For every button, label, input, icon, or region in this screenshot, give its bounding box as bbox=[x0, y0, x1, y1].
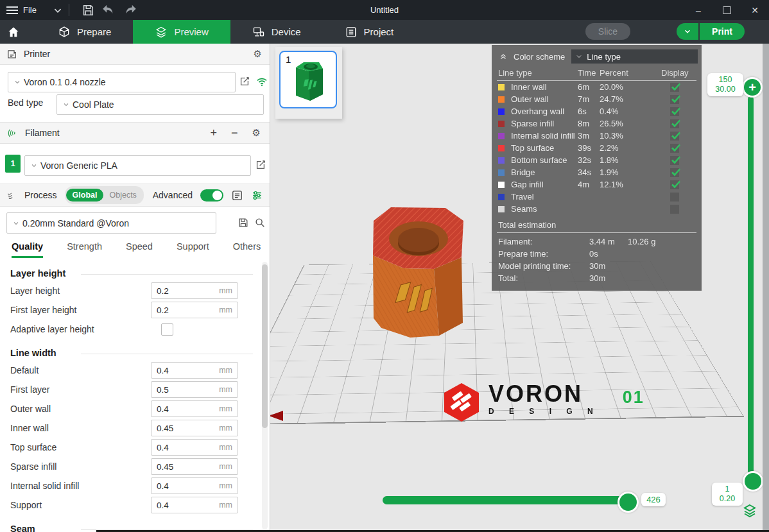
setting-input[interactable]: 0.45mm bbox=[151, 458, 238, 475]
home-icon bbox=[7, 26, 20, 39]
printer-icon bbox=[6, 49, 17, 60]
legend-percent: 0.4% bbox=[600, 107, 661, 116]
total-label: Model printing time: bbox=[498, 261, 589, 271]
process-tab-support[interactable]: Support bbox=[177, 239, 209, 258]
bed-type-select[interactable]: Cool Plate bbox=[56, 94, 264, 115]
legend-display-checkbox[interactable] bbox=[670, 107, 679, 116]
setting-input[interactable]: 0.5mm bbox=[151, 381, 238, 398]
collapse-icon[interactable] bbox=[498, 52, 508, 61]
legend-display-checkbox[interactable] bbox=[670, 168, 679, 177]
legend-display-checkbox[interactable] bbox=[670, 144, 679, 153]
legend-color-chip bbox=[498, 194, 505, 200]
save-preset-icon[interactable] bbox=[238, 217, 249, 228]
process-tab-strength[interactable]: Strength bbox=[67, 239, 102, 258]
process-tab-speed[interactable]: Speed bbox=[126, 239, 153, 258]
tab-device[interactable]: Device bbox=[230, 20, 323, 44]
total-estimation-title: Total estimation bbox=[492, 215, 702, 232]
global-objects-toggle[interactable]: Global Objects bbox=[65, 186, 144, 204]
setting-row: Internal solid infill0.4mm bbox=[10, 476, 259, 495]
tune-icon[interactable] bbox=[251, 189, 263, 202]
total-row: Total:30m bbox=[492, 272, 702, 284]
add-filament-button[interactable]: + bbox=[211, 126, 218, 140]
setting-row: Sparse infill0.45mm bbox=[10, 457, 259, 476]
setting-input[interactable]: 0.4mm bbox=[151, 439, 238, 456]
total-value: 3.44 m bbox=[589, 237, 628, 246]
close-button[interactable]: ✕ bbox=[741, 0, 769, 20]
edit-filament-icon[interactable] bbox=[255, 159, 266, 171]
print-dropdown-button[interactable] bbox=[677, 23, 698, 40]
tab-label: Project bbox=[364, 26, 394, 37]
edit-printer-icon[interactable] bbox=[239, 76, 250, 87]
setting-label: First layer bbox=[10, 384, 49, 395]
move-slider-track[interactable] bbox=[383, 496, 637, 504]
tab-prepare[interactable]: Prepare bbox=[36, 20, 133, 44]
tab-project[interactable]: Project bbox=[323, 20, 416, 44]
wifi-icon[interactable] bbox=[255, 75, 268, 88]
legend-display-checkbox[interactable] bbox=[670, 95, 679, 104]
process-tab-quality[interactable]: Quality bbox=[12, 239, 43, 258]
tab-preview[interactable]: Preview bbox=[133, 20, 230, 44]
plate-thumbnail[interactable]: 1 bbox=[279, 51, 337, 108]
objects-pill[interactable]: Objects bbox=[103, 191, 142, 200]
layer-slider-bottom-handle[interactable] bbox=[743, 471, 763, 492]
legend-col-header: Display bbox=[661, 68, 689, 78]
total-value: 30m bbox=[589, 273, 628, 283]
legend-line-type: Inner wall bbox=[511, 82, 578, 92]
advanced-toggle[interactable] bbox=[200, 189, 223, 202]
setting-input[interactable]: 0.45mm bbox=[151, 420, 238, 436]
setting-value: 0.4 bbox=[157, 404, 169, 414]
filament-slot-badge[interactable]: 1 bbox=[5, 155, 21, 173]
search-preset-icon[interactable] bbox=[254, 217, 266, 228]
parameter-list-icon[interactable] bbox=[231, 189, 243, 202]
print-button[interactable]: Print bbox=[700, 23, 745, 40]
maximize-button[interactable] bbox=[713, 0, 741, 20]
layer-slider-track[interactable] bbox=[748, 96, 754, 480]
setting-row: First layer0.5mm bbox=[10, 380, 259, 399]
setting-input[interactable]: 0.4mm bbox=[151, 497, 238, 513]
printer-preset-select[interactable]: Voron 0.1 0.4 nozzle bbox=[8, 72, 236, 92]
3d-viewport[interactable]: VORON D E S I G N 01 1 bbox=[270, 44, 769, 532]
color-scheme-label: Color scheme bbox=[514, 52, 565, 62]
legend-percent: 20.0% bbox=[600, 82, 661, 92]
total-label: Filament: bbox=[498, 237, 589, 246]
legend-display-checkbox[interactable] bbox=[670, 156, 679, 165]
setting-input[interactable]: 0.4mm bbox=[151, 362, 238, 379]
settings-list: Layer heightLayer height0.2mmFirst layer… bbox=[0, 259, 259, 532]
legend-display-checkbox[interactable] bbox=[670, 132, 679, 141]
legend-display-checkbox[interactable] bbox=[670, 180, 679, 189]
setting-input[interactable]: 0.4mm bbox=[151, 477, 238, 494]
filament-preset-select[interactable]: Voron Generic PLA bbox=[24, 155, 251, 176]
home-button[interactable] bbox=[5, 24, 22, 40]
color-scheme-select[interactable]: Line type bbox=[571, 49, 698, 64]
move-slider-handle[interactable] bbox=[618, 492, 639, 513]
legend-line-type: Overhang wall bbox=[511, 107, 578, 116]
layer-slider-top-handle[interactable]: + bbox=[742, 77, 763, 98]
setting-input[interactable]: 0.4mm bbox=[151, 400, 238, 417]
printer-settings-gear-icon[interactable]: ⚙ bbox=[254, 48, 262, 60]
filament-settings-gear-icon[interactable]: ⚙ bbox=[252, 127, 261, 139]
chevron-down-icon bbox=[12, 219, 20, 227]
slice-button[interactable]: Slice bbox=[585, 23, 630, 40]
setting-unit: mm bbox=[219, 286, 232, 295]
legend-panel: Color scheme Line type Line typeTimePerc… bbox=[492, 45, 702, 291]
sliced-model[interactable] bbox=[362, 196, 479, 341]
legend-percent: 12.1% bbox=[600, 180, 661, 189]
settings-scrollbar-thumb[interactable] bbox=[262, 264, 268, 428]
setting-unit: mm bbox=[219, 501, 232, 510]
chevron-down-icon bbox=[13, 78, 21, 86]
legend-display-checkbox[interactable] bbox=[670, 193, 679, 202]
setting-input[interactable]: 0.2mm bbox=[151, 302, 238, 318]
setting-checkbox[interactable] bbox=[161, 323, 173, 336]
setting-label: Internal solid infill bbox=[10, 481, 79, 491]
minimize-button[interactable]: – bbox=[684, 0, 713, 20]
process-preset-select[interactable]: 0.20mm Standard @Voron bbox=[6, 212, 216, 234]
legend-display-checkbox[interactable] bbox=[670, 83, 679, 92]
layers-icon[interactable] bbox=[741, 503, 758, 519]
setting-input[interactable]: 0.2mm bbox=[151, 282, 238, 299]
legend-display-checkbox[interactable] bbox=[670, 119, 679, 128]
process-tab-others[interactable]: Others bbox=[233, 239, 261, 258]
global-pill[interactable]: Global bbox=[66, 189, 104, 202]
remove-filament-button[interactable]: − bbox=[231, 126, 238, 140]
plate-thumbnail-card[interactable]: 1 bbox=[275, 47, 342, 119]
legend-display-checkbox[interactable] bbox=[670, 205, 679, 214]
